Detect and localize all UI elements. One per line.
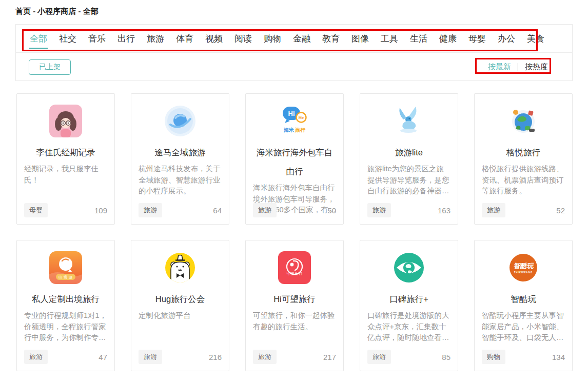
app-grid: 李佳氏经期记录 经期记录，我只服李佳氏！ 母婴 109 途马全域旅游 杭州途马科… <box>16 93 573 371</box>
nav-item-transport[interactable]: 出行 <box>117 33 135 45</box>
category-tag[interactable]: 旅游 <box>482 203 505 217</box>
svg-text:旅行: 旅行 <box>295 127 306 133</box>
app-card-koubei[interactable]: 口碑旅行+ 口碑旅行是处境游版的大众点评+京东，汇集数十亿点评，随时随地查看看身… <box>360 240 458 371</box>
svg-text:Hi: Hi <box>288 110 295 117</box>
listed-filter-button[interactable]: 已上架 <box>29 59 71 75</box>
category-tag[interactable]: 旅游 <box>253 350 277 364</box>
sort-by-hottest[interactable]: 按热度 <box>525 62 548 72</box>
app-description: 定制化旅游平台 <box>139 310 222 321</box>
usage-count: 64 <box>213 206 222 215</box>
nav-item-food[interactable]: 美食 <box>527 33 544 45</box>
app-card-lijiashi[interactable]: 李佳氏经期记录 经期记录，我只服李佳氏！ 母婴 109 <box>16 93 115 225</box>
nav-item-life[interactable]: 生活 <box>410 33 427 45</box>
blue-rabbit-icon <box>392 104 426 138</box>
nav-item-travel[interactable]: 旅游 <box>147 33 164 45</box>
app-description: 口碑旅行是处境游版的大众点评+京东，汇集数十亿点评，随时随地查看看身边... <box>367 310 450 344</box>
app-title: 途马全域旅游 <box>139 143 222 162</box>
usage-count: 52 <box>556 206 565 215</box>
card-footer: 购物 134 <box>482 350 565 364</box>
nav-item-video[interactable]: 视频 <box>205 33 223 45</box>
nav-item-reading[interactable]: 阅读 <box>234 33 252 45</box>
nav-item-music[interactable]: 音乐 <box>88 33 106 45</box>
app-title: 口碑旅行+ <box>367 290 450 309</box>
planet-icon <box>163 104 197 138</box>
usage-count: 85 <box>442 353 450 361</box>
app-title: Hug旅行公会 <box>139 290 222 309</box>
category-tag[interactable]: 母婴 <box>24 203 48 217</box>
svg-text:ZHIKUWANG: ZHIKUWANG <box>514 271 533 274</box>
category-tag[interactable]: 旅游 <box>24 350 48 364</box>
usage-count: 109 <box>94 206 107 215</box>
app-title: 旅游lite <box>367 143 450 162</box>
nav-item-health[interactable]: 健康 <box>439 33 457 45</box>
app-card-tuma[interactable]: 途马全域旅游 杭州途马科技发布，关于全域旅游、智慧旅游行业的小程序展示。 旅游 … <box>131 93 229 225</box>
card-footer: 旅游 52 <box>482 203 565 217</box>
app-description: 杭州途马科技发布，关于全域旅游、智慧旅游行业的小程序展示。 <box>139 164 222 197</box>
nav-item-mother-baby[interactable]: 母婴 <box>468 33 486 45</box>
app-title: 李佳氏经期记录 <box>24 143 107 162</box>
category-tag[interactable]: 旅游 <box>367 350 391 364</box>
usage-count: 47 <box>99 353 107 361</box>
app-card-sirending[interactable]: 出境游 私人定制出境旅行 专业的行程规划师1对1，价额透明，全程旅行管家行中服务… <box>16 240 115 371</box>
bear-icon <box>163 251 197 285</box>
card-footer: 旅游 64 <box>139 203 222 217</box>
app-title: 私人定制出境旅行 <box>24 290 107 309</box>
app-title: Hi可望旅行 <box>253 290 336 309</box>
nav-item-finance[interactable]: 金融 <box>293 33 310 45</box>
haimi-bubble-icon: Hi Me 海米 旅行 <box>278 104 311 138</box>
zhikuwan-badge-icon: 智酷玩 ZHIKUWANG <box>506 251 540 285</box>
app-title: 智酷玩 <box>482 290 565 309</box>
girl-avatar-icon <box>49 104 83 138</box>
usage-count: 163 <box>438 206 450 215</box>
card-footer: 旅游 216 <box>139 350 222 364</box>
kewang-ring-icon: 可望旅行 <box>278 251 311 285</box>
app-title: 海米旅行海外包车自由行 <box>253 143 336 181</box>
app-card-zhikuwan[interactable]: 智酷玩 ZHIKUWANG 智酷玩 智酷玩小程序主要从事智能家居产品，小米智能、… <box>474 240 573 371</box>
category-tag[interactable]: 购物 <box>482 350 505 364</box>
usage-count: 50 <box>327 206 336 215</box>
category-tag[interactable]: 旅游 <box>253 203 277 217</box>
app-card-hug[interactable]: Hug旅行公会 定制化旅游平台 旅游 216 <box>131 240 229 371</box>
app-card-haimi[interactable]: Hi Me 海米 旅行 海米旅行海外包车自由行 海米旅行海外包车自由行境外旅游包… <box>245 93 344 225</box>
filter-row: 已上架 按最新 按热度 <box>16 53 572 81</box>
nav-item-office[interactable]: 办公 <box>498 33 515 45</box>
category-tag[interactable]: 旅游 <box>367 203 391 217</box>
svg-text:可望旅行: 可望旅行 <box>286 272 303 276</box>
svg-text:海米: 海米 <box>283 127 294 133</box>
sort-by-newest[interactable]: 按最新 <box>488 62 511 72</box>
card-footer: 旅游 47 <box>24 350 107 364</box>
eye-globe-icon <box>392 251 426 285</box>
card-footer: 旅游 50 <box>253 203 336 217</box>
earth-collage-icon <box>506 104 540 138</box>
app-description: 可望旅行，和你一起体验有趣的旅行生活。 <box>253 310 336 332</box>
card-footer: 旅游 163 <box>367 203 450 217</box>
app-description: 专业的行程规划师1对1，价额透明，全程旅行管家行中服务，为你制作专属的路... <box>24 310 107 344</box>
nav-item-shopping[interactable]: 购物 <box>264 33 281 45</box>
usage-count: 217 <box>323 353 336 361</box>
svg-text:出境游: 出境游 <box>58 275 74 279</box>
breadcrumb[interactable]: 首页 - 小程序商店 - 全部 <box>15 7 99 16</box>
sort-group: 按最新 按热度 <box>488 62 548 72</box>
nav-item-education[interactable]: 教育 <box>322 33 340 45</box>
card-footer: 旅游 85 <box>367 350 450 364</box>
svg-text:智酷玩: 智酷玩 <box>514 262 535 270</box>
card-footer: 旅游 217 <box>253 350 336 364</box>
category-tag[interactable]: 旅游 <box>139 203 162 217</box>
category-nav: 全部 社交 音乐 出行 旅游 体育 视频 阅读 购物 金融 教育 图像 工具 生… <box>16 25 572 53</box>
store-panel: 全部 社交 音乐 出行 旅游 体育 视频 阅读 购物 金融 教育 图像 工具 生… <box>15 24 573 81</box>
app-description: 格悦旅行提供旅游线路、资讯、机票酒店查询预订等旅行服务。 <box>482 164 565 197</box>
nav-item-tools[interactable]: 工具 <box>381 33 398 45</box>
nav-item-sports[interactable]: 体育 <box>176 33 193 45</box>
nav-item-all[interactable]: 全部 <box>30 33 47 45</box>
app-title: 格悦旅行 <box>482 143 565 162</box>
category-tag[interactable]: 旅游 <box>139 350 162 364</box>
usage-count: 134 <box>552 353 565 361</box>
nav-item-social[interactable]: 社交 <box>59 33 76 45</box>
app-card-lvyou-lite[interactable]: 旅游lite 旅游lite为您的景区之旅提供导游导览服务，是您自由行旅游的必备神… <box>360 93 458 225</box>
balloon-outbound-icon: 出境游 <box>49 251 83 285</box>
nav-item-image[interactable]: 图像 <box>351 33 369 45</box>
app-description: 经期记录，我只服李佳氏！ <box>24 164 107 186</box>
app-card-kewang[interactable]: 可望旅行 Hi可望旅行 可望旅行，和你一起体验有趣的旅行生活。 旅游 217 <box>245 240 344 371</box>
sort-divider <box>518 63 518 71</box>
app-card-geyue[interactable]: 格悦旅行 格悦旅行提供旅游线路、资讯、机票酒店查询预订等旅行服务。 旅游 52 <box>474 93 573 225</box>
